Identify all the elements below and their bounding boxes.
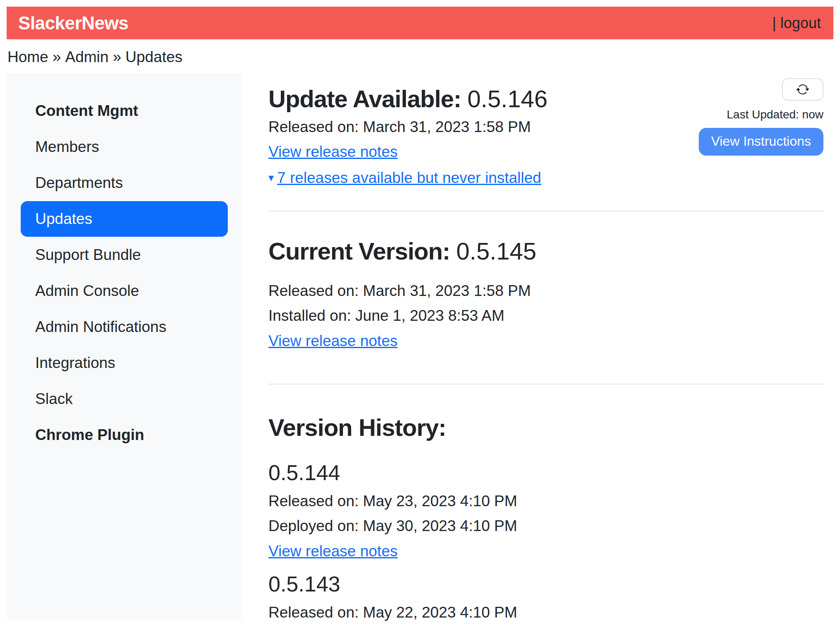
logout-link[interactable]: | logout xyxy=(772,14,821,32)
status-panel: Last Updated: now View Instructions xyxy=(699,78,823,156)
breadcrumb-separator: » xyxy=(53,48,61,65)
content-layout: Content Mgmt Members Departments Updates… xyxy=(7,73,833,625)
sidebar-item-members[interactable]: Members xyxy=(21,129,228,165)
view-instructions-button[interactable]: View Instructions xyxy=(699,128,823,156)
sidebar-item-support-bundle[interactable]: Support Bundle xyxy=(21,237,228,273)
page: SlackerNews | logout Home»Admin»Updates … xyxy=(0,0,840,625)
current-installed-on: Installed on: June 1, 2023 8:53 AM xyxy=(268,305,823,326)
current-version-heading: Current Version: 0.5.145 xyxy=(268,237,823,265)
current-version-section: Current Version: 0.5.145 Released on: Ma… xyxy=(268,237,823,351)
caret-down-icon: ▾ xyxy=(268,171,274,185)
breadcrumb-admin[interactable]: Admin xyxy=(65,48,109,65)
breadcrumb: Home»Admin»Updates xyxy=(7,39,833,73)
app-title: SlackerNews xyxy=(18,13,128,34)
top-header-bar: SlackerNews | logout xyxy=(7,7,833,39)
current-version-number: 0.5.145 xyxy=(456,238,537,264)
breadcrumb-home[interactable]: Home xyxy=(7,48,48,65)
sidebar-item-admin-notifications[interactable]: Admin Notifications xyxy=(21,309,228,345)
history-released-on: Released on: May 22, 2023 4:10 PM xyxy=(268,602,823,623)
history-deployed-on: Deployed on: May 30, 2023 4:10 PM xyxy=(268,516,823,536)
sidebar-item-slack[interactable]: Slack xyxy=(21,381,228,417)
sidebar-item-admin-console[interactable]: Admin Console xyxy=(21,273,228,309)
sidebar-item-updates[interactable]: Updates xyxy=(21,201,228,237)
version-history-section: Version History: 0.5.144 Released on: Ma… xyxy=(268,413,823,625)
history-version-number: 0.5.144 xyxy=(268,460,823,485)
sidebar-item-content-mgmt[interactable]: Content Mgmt xyxy=(21,93,228,129)
sidebar-item-chrome-plugin[interactable]: Chrome Plugin xyxy=(21,417,228,453)
section-divider xyxy=(268,211,823,212)
breadcrumb-separator: » xyxy=(113,48,121,65)
breadcrumb-current: Updates xyxy=(126,48,183,65)
current-release-notes-link[interactable]: View release notes xyxy=(268,332,398,349)
current-released-on: Released on: March 31, 2023 1:58 PM xyxy=(268,281,823,301)
admin-sidebar: Content Mgmt Members Departments Updates… xyxy=(7,73,242,620)
sidebar-item-departments[interactable]: Departments xyxy=(21,165,228,201)
history-version-number: 0.5.143 xyxy=(268,572,823,596)
update-available-version: 0.5.146 xyxy=(468,85,548,112)
version-history-heading: Version History: xyxy=(268,413,823,441)
section-divider xyxy=(268,384,823,385)
last-updated-text: Last Updated: now xyxy=(727,108,824,121)
history-released-on: Released on: May 23, 2023 4:10 PM xyxy=(268,491,823,512)
sidebar-item-integrations[interactable]: Integrations xyxy=(21,345,228,381)
refresh-icon xyxy=(796,83,809,96)
version-history-entry: 0.5.143 Released on: May 22, 2023 4:10 P… xyxy=(268,572,823,625)
main-content: Last Updated: now View Instructions Upda… xyxy=(242,73,833,625)
releases-toggle-link[interactable]: ▾7 releases available but never installe… xyxy=(268,169,541,186)
update-release-notes-link[interactable]: View release notes xyxy=(268,143,398,160)
version-history-entry: 0.5.144 Released on: May 23, 2023 4:10 P… xyxy=(268,460,823,562)
refresh-button[interactable] xyxy=(782,78,823,101)
history-release-notes-link[interactable]: View release notes xyxy=(268,543,398,560)
